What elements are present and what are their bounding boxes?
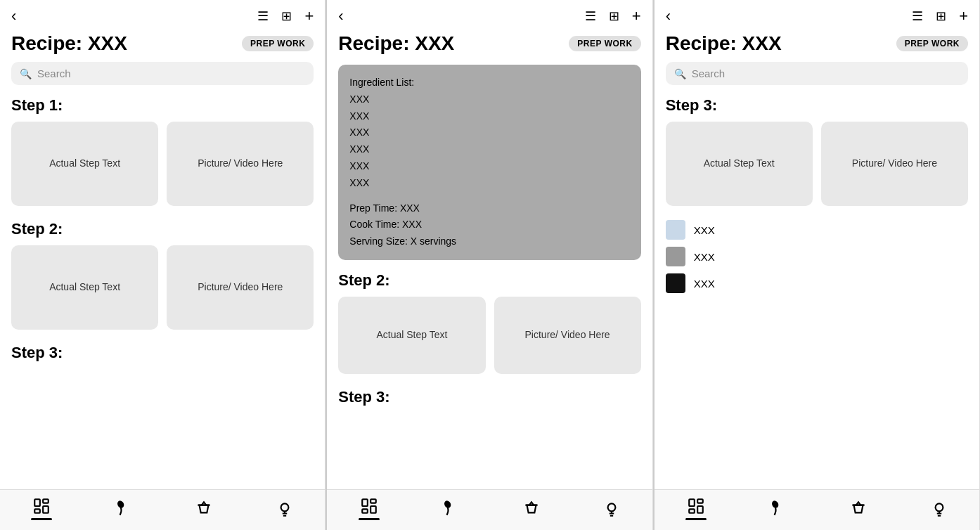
prep-badge-1: PREP WORK — [242, 36, 314, 51]
legend-item-1: XXX — [666, 220, 968, 240]
step-3-cards-p3: Actual Step Text Picture/ Video Here — [666, 122, 968, 206]
step-3-text-card-p3[interactable]: Actual Step Text — [666, 122, 813, 206]
svg-rect-0 — [35, 499, 41, 506]
legend-item-3: XXX — [666, 273, 968, 293]
back-button-3[interactable]: ‹ — [666, 7, 671, 25]
tab-recipes-1[interactable] — [31, 497, 52, 520]
step-2-label-p2: Step 2: — [338, 271, 640, 290]
step-2-cards-p2: Actual Step Text Picture/ Video Here — [338, 297, 640, 374]
serving-size: Serving Size: X servings — [349, 233, 629, 250]
tab-ideas-2[interactable] — [602, 500, 621, 518]
svg-rect-16 — [689, 499, 695, 506]
tab-ingredients-2[interactable] — [441, 500, 460, 518]
svg-rect-3 — [43, 506, 49, 513]
nav-icons-1: ☰ ⊞ + — [257, 7, 314, 25]
tab-bar-2 — [327, 489, 652, 530]
legend-label-1: XXX — [694, 224, 715, 236]
ingredient-item-4: XXX — [349, 141, 629, 158]
svg-rect-19 — [697, 506, 703, 513]
ingredient-card: Ingredient List: XXX XXX XXX XXX XXX XXX… — [338, 65, 640, 260]
step-1-text-card[interactable]: Actual Step Text — [11, 122, 158, 206]
svg-rect-11 — [370, 506, 376, 513]
recipe-title-1: Recipe: XXX — [11, 32, 127, 55]
step-3-label-partial: Step 3: — [11, 344, 314, 365]
menu-icon-3[interactable]: ☰ — [912, 8, 923, 24]
svg-point-6 — [281, 503, 289, 511]
tab-ingredients-1[interactable] — [115, 500, 133, 518]
tab-basket-3[interactable] — [849, 500, 868, 518]
step-2-media-card[interactable]: Picture/ Video Here — [167, 245, 314, 330]
menu-icon-1[interactable]: ☰ — [257, 8, 269, 24]
legend-swatch-dark — [666, 273, 685, 293]
step-3-label-p3: Step 3: — [666, 96, 968, 115]
panel-3: ‹ ☰ ⊞ + Recipe: XXX PREP WORK 🔍 Search S… — [655, 0, 980, 530]
tab-ideas-1[interactable] — [276, 500, 294, 518]
content-1: Step 1: Actual Step Text Picture/ Video … — [0, 93, 325, 489]
nav-bar-1: ‹ ☰ ⊞ + — [0, 0, 325, 30]
step-3-label-p2: Step 3: — [338, 388, 640, 409]
tab-recipes-2[interactable] — [359, 497, 380, 520]
tab-bar-1 — [0, 489, 325, 530]
panel-2: ‹ ☰ ⊞ + Recipe: XXX PREP WORK Ingredient… — [327, 0, 652, 530]
nav-icons-3: ☰ ⊞ + — [912, 7, 968, 25]
svg-rect-2 — [35, 509, 41, 512]
title-row-2: Recipe: XXX PREP WORK — [327, 30, 652, 62]
content-3: Step 3: Actual Step Text Picture/ Video … — [655, 93, 979, 489]
ingredient-item-6: XXX — [349, 175, 629, 192]
svg-rect-9 — [370, 499, 376, 503]
tab-basket-1[interactable] — [195, 500, 213, 518]
recipe-title-2: Recipe: XXX — [338, 32, 454, 55]
prep-badge-2: PREP WORK — [569, 36, 640, 51]
step-2-cards: Actual Step Text Picture/ Video Here — [11, 245, 314, 330]
svg-rect-1 — [43, 499, 49, 503]
step-3-media-card-p3[interactable]: Picture/ Video Here — [821, 122, 968, 206]
grid-icon-1[interactable]: ⊞ — [281, 8, 292, 24]
panel-1: ‹ ☰ ⊞ + Recipe: XXX PREP WORK 🔍 Search S… — [0, 0, 325, 530]
title-row-1: Recipe: XXX PREP WORK — [0, 30, 325, 62]
grid-icon-2[interactable]: ⊞ — [609, 8, 619, 24]
svg-point-14 — [608, 503, 616, 511]
back-button-1[interactable]: ‹ — [11, 7, 16, 25]
ingredient-list-label: Ingredient List: — [349, 75, 629, 91]
content-2: Ingredient List: XXX XXX XXX XXX XXX XXX… — [327, 62, 652, 489]
search-icon-1: 🔍 — [20, 68, 32, 79]
search-icon-3: 🔍 — [674, 68, 686, 79]
svg-rect-17 — [697, 499, 703, 503]
step-2-media-card-p2[interactable]: Picture/ Video Here — [494, 297, 641, 374]
legend: XXX XXX XXX — [666, 220, 968, 293]
legend-swatch-light — [666, 220, 685, 240]
svg-rect-18 — [689, 509, 695, 512]
ingredient-item-5: XXX — [349, 158, 629, 175]
add-icon-1[interactable]: + — [304, 7, 314, 25]
add-icon-2[interactable]: + — [632, 7, 641, 25]
tab-bar-3 — [655, 489, 979, 530]
nav-icons-2: ☰ ⊞ + — [585, 7, 641, 25]
search-placeholder-1: Search — [37, 67, 71, 79]
grid-icon-3[interactable]: ⊞ — [936, 8, 946, 24]
legend-item-2: XXX — [666, 247, 968, 266]
step-1-cards: Actual Step Text Picture/ Video Here — [11, 122, 314, 206]
search-bar-3[interactable]: 🔍 Search — [666, 62, 968, 85]
legend-label-2: XXX — [694, 251, 715, 263]
step-1-media-card[interactable]: Picture/ Video Here — [167, 122, 314, 206]
back-button-2[interactable]: ‹ — [338, 7, 343, 25]
svg-point-22 — [935, 503, 943, 511]
tab-recipes-3[interactable] — [685, 497, 707, 520]
prep-badge-3: PREP WORK — [896, 36, 968, 51]
ingredient-item-2: XXX — [349, 108, 629, 125]
recipe-title-3: Recipe: XXX — [666, 32, 782, 55]
step-1-label: Step 1: — [11, 96, 314, 115]
step-2-label: Step 2: — [11, 220, 314, 238]
step-2-text-card-p2[interactable]: Actual Step Text — [338, 297, 485, 374]
add-icon-3[interactable]: + — [959, 7, 968, 25]
tab-ideas-3[interactable] — [930, 500, 948, 518]
svg-rect-8 — [362, 499, 368, 506]
prep-time: Prep Time: XXX — [349, 200, 629, 217]
menu-icon-2[interactable]: ☰ — [585, 8, 596, 24]
tab-basket-2[interactable] — [522, 500, 541, 518]
search-bar-1[interactable]: 🔍 Search — [11, 62, 314, 85]
step-2-text-card[interactable]: Actual Step Text — [11, 245, 158, 330]
nav-bar-3: ‹ ☰ ⊞ + — [655, 0, 979, 30]
tab-ingredients-3[interactable] — [769, 500, 787, 518]
cook-time: Cook Time: XXX — [349, 216, 629, 233]
